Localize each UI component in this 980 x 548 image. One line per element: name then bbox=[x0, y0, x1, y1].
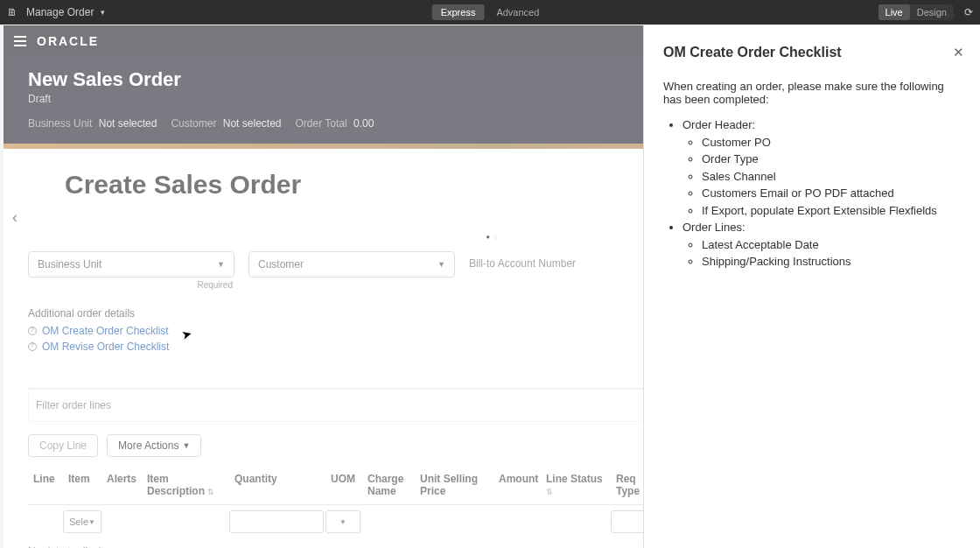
business-unit-select[interactable]: Business Unit ▼ bbox=[28, 251, 234, 278]
meta-bu-label: Business Unit bbox=[28, 117, 92, 130]
hamburger-menu[interactable] bbox=[14, 36, 26, 46]
checklist-item: Customers Email or PO PDF attached bbox=[702, 185, 961, 202]
col-amount: Amount bbox=[494, 469, 541, 501]
customer-select[interactable]: Customer ▼ bbox=[248, 251, 455, 278]
advanced-mode[interactable]: Advanced bbox=[487, 4, 548, 20]
oracle-logo: ORACLE bbox=[37, 34, 99, 48]
meta-cust-value: Not selected bbox=[223, 117, 282, 130]
checklist-item: Sales Channel bbox=[702, 168, 961, 186]
col-alerts: Alerts bbox=[102, 469, 142, 501]
meta-total-label: Order Total bbox=[295, 117, 346, 130]
chevron-down-icon: ▼ bbox=[438, 260, 445, 269]
col-item-description[interactable]: Item Description bbox=[142, 469, 229, 501]
info-icon bbox=[28, 327, 37, 335]
more-actions-button[interactable]: More Actions ▼ bbox=[107, 434, 201, 457]
item-select[interactable]: Sele ▼ bbox=[63, 510, 102, 533]
bill-to-label: Bill-to Account Number bbox=[469, 251, 576, 290]
business-unit-label: Business Unit bbox=[38, 258, 102, 270]
info-icon bbox=[28, 342, 37, 351]
copy-line-button[interactable]: Copy Line bbox=[28, 434, 98, 457]
item-select-value: Sele bbox=[69, 516, 88, 527]
meta-bu-value: Not selected bbox=[99, 117, 158, 130]
uom-select[interactable]: ▼ bbox=[326, 510, 360, 533]
col-line-status[interactable]: Line Status bbox=[541, 469, 611, 501]
express-mode[interactable]: Express bbox=[432, 4, 485, 20]
manage-order-menu[interactable]: Manage Order bbox=[26, 6, 94, 18]
checklist-item: Customer PO bbox=[702, 134, 961, 151]
checklist-section-header: Order Header: Customer PO Order Type Sal… bbox=[682, 116, 961, 219]
col-item: Item bbox=[63, 469, 102, 501]
checklist-item: Shipping/Packing Instructions bbox=[702, 253, 961, 270]
chevron-down-icon: ▼ bbox=[217, 260, 225, 269]
document-icon: 🗎 bbox=[7, 6, 18, 18]
live-toggle[interactable]: Live bbox=[878, 4, 910, 20]
more-actions-label: More Actions bbox=[118, 439, 178, 452]
col-charge-name: Charge Name bbox=[362, 469, 415, 501]
checklist-item: If Export, populate Export Extensible Fl… bbox=[702, 202, 961, 220]
meta-total-value: 0.00 bbox=[354, 117, 374, 130]
customer-label: Customer bbox=[258, 258, 304, 270]
create-checklist-label: OM Create Order Checklist bbox=[42, 325, 169, 337]
revise-checklist-label: OM Revise Order Checklist bbox=[42, 341, 169, 353]
checklist-drawer: ✕ OM Create Order Checklist When creatin… bbox=[643, 25, 980, 548]
quantity-input[interactable] bbox=[229, 510, 324, 533]
chevron-down-icon: ▼ bbox=[88, 518, 95, 526]
col-uom: UOM bbox=[326, 469, 362, 501]
meta-cust-label: Customer bbox=[171, 117, 216, 130]
chevron-down-icon: ▼ bbox=[340, 518, 346, 526]
drawer-title: OM Create Order Checklist bbox=[663, 45, 961, 60]
col-unit-selling-price: Unit Selling Price bbox=[415, 469, 494, 501]
checklist-section-lines: Order Lines: Latest Acceptable Date Ship… bbox=[682, 219, 961, 270]
close-icon[interactable]: ✕ bbox=[953, 45, 964, 60]
required-hint: Required bbox=[28, 280, 234, 290]
chevron-down-icon: ▼ bbox=[182, 441, 190, 450]
drawer-intro: When creating an order, please make sure… bbox=[663, 80, 961, 106]
col-quantity: Quantity bbox=[229, 469, 326, 501]
checklist-item: Order Type bbox=[702, 151, 961, 168]
checklist-item: Latest Acceptable Date bbox=[702, 236, 961, 254]
col-line: Line bbox=[28, 469, 63, 501]
design-toggle[interactable]: Design bbox=[910, 4, 954, 20]
back-chevron-icon[interactable]: ‹ bbox=[12, 208, 18, 227]
chevron-down-icon: ▾ bbox=[101, 8, 105, 17]
refresh-icon[interactable]: ⟳ bbox=[964, 6, 973, 18]
